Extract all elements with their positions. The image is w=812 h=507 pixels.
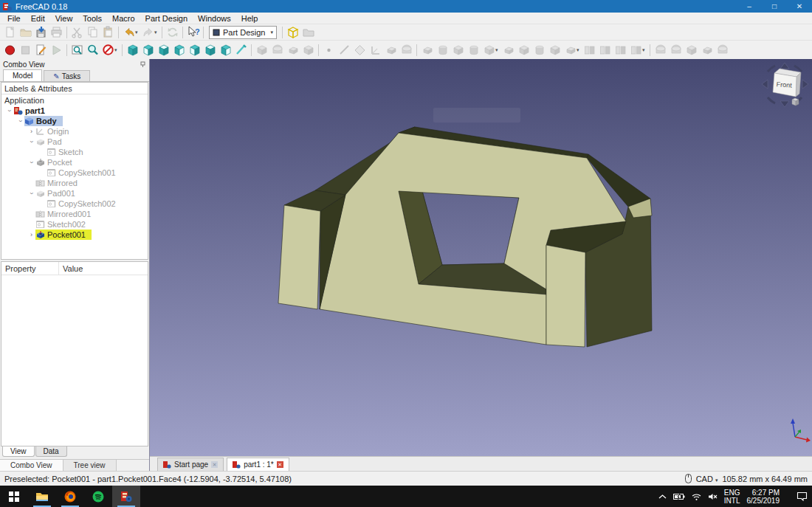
create-group-button[interactable] [300,25,316,40]
part-design-body-button[interactable] [254,43,269,58]
copy-button[interactable] [85,25,100,40]
taskbar-freecad[interactable] [112,486,140,507]
taskbar-spotify[interactable] [84,486,112,507]
additive-pipe-button[interactable] [466,43,481,58]
datum-line-button[interactable] [337,43,352,58]
menu-windows[interactable]: Windows [193,13,236,24]
menu-macro[interactable]: Macro [107,13,140,24]
tab-tasks[interactable]: ✎ Tasks [44,70,90,81]
tree-expander-icon[interactable]: › [27,231,35,238]
thickness-button[interactable] [699,43,715,58]
groove-button[interactable] [531,43,547,58]
tree-expander-icon[interactable]: › [6,107,13,115]
menu-part-design[interactable]: Part Design [140,13,193,24]
workbench-selector[interactable]: Part Design▾ [209,26,277,39]
tray-expand-icon[interactable] [658,494,667,500]
tree-item-body[interactable]: Mirrored [35,178,83,188]
draw-style-button[interactable] [100,43,116,58]
wifi-icon[interactable] [692,493,701,500]
taskbar-file-explorer[interactable] [28,486,56,507]
chamfer-button[interactable] [668,43,684,58]
subtractive-primitive-button[interactable] [562,43,578,58]
undo-button[interactable] [121,25,137,40]
tree-item-mirrored001[interactable]: Mirrored001 [1,209,148,219]
maximize-button[interactable]: □ [762,0,787,13]
battery-icon[interactable] [673,493,685,500]
tree-expander-icon[interactable]: › [17,117,24,125]
close-tab-icon[interactable]: ✕ [277,461,283,468]
redo-button[interactable] [140,25,156,40]
macro-stop-button[interactable] [18,43,33,58]
part-design-clone-button[interactable] [269,43,285,58]
view-isometric-button[interactable] [125,43,140,58]
measure-distance-button[interactable] [233,43,249,58]
view-rear-button[interactable] [187,43,202,58]
menu-file[interactable]: File [2,13,26,24]
print-button[interactable] [49,25,64,40]
part-design-shapebinder-button[interactable] [300,43,316,58]
map-sketch-button[interactable] [399,43,414,58]
menu-edit[interactable]: Edit [26,13,50,24]
revolution-button[interactable] [435,43,450,58]
tree-item-body[interactable]: Pocket001 [35,230,92,240]
close-tab-icon[interactable]: ✕ [211,461,218,468]
hole-button[interactable] [516,43,531,58]
view-left-button[interactable] [218,43,233,58]
polar-pattern-button[interactable] [613,43,628,58]
menu-help[interactable]: Help [236,13,264,24]
part-design-import-button[interactable] [285,43,300,58]
view-top-button[interactable] [156,43,171,58]
tab-model[interactable]: Model [3,69,42,81]
volume-muted-icon[interactable] [708,493,718,500]
tree-item-body[interactable]: Sketch002 [35,219,92,230]
tree-expander-icon[interactable]: › [28,138,35,146]
tree-item-body[interactable]: Sketch [47,147,89,157]
macro-edit-button[interactable] [33,43,49,58]
pocket-button[interactable] [500,43,516,58]
menu-tools[interactable]: Tools [78,13,107,24]
clock[interactable]: 6:27 PM 6/25/2019 [747,489,780,505]
tree-item-body[interactable]: Pad001 [35,188,81,199]
fit-all-button[interactable] [69,43,85,58]
tab-start-page[interactable]: Start page ✕ [157,458,224,471]
tab-view[interactable]: View [2,446,35,457]
macro-play-button[interactable] [49,43,64,58]
multi-transform-button[interactable] [628,43,644,58]
tree-item-copysketch002[interactable]: CopySketch002 [1,199,148,209]
macro-record-button[interactable] [2,43,18,58]
additive-loft-button[interactable] [450,43,466,58]
draft-button[interactable] [684,43,699,58]
tree-item-copysketch001[interactable]: CopySketch001 [1,168,148,178]
minimize-button[interactable]: – [737,0,762,13]
tree-item-body[interactable]: CopySketch001 [47,168,122,178]
subtractive-loft-button[interactable] [547,43,562,58]
close-button[interactable]: ✕ [787,0,812,13]
nav-style-selector[interactable]: CAD ▾ [696,475,718,483]
tree-item-body[interactable]: CopySketch002 [47,199,122,209]
tree-item-body[interactable]: ›Body [1,116,148,126]
tree-item-sketch002[interactable]: Sketch002 [1,219,148,230]
refresh-button[interactable] [165,25,180,40]
new-document-button[interactable] [2,25,18,40]
menu-view[interactable]: View [50,13,78,24]
tree-item-pad001[interactable]: ›Pad001 [1,188,148,199]
local-cs-button[interactable] [368,43,383,58]
boolean-button[interactable] [715,43,730,58]
create-sketch-button[interactable] [383,43,399,58]
cut-button[interactable] [69,25,85,40]
navcube-face-label[interactable]: Front [776,80,792,89]
view-bottom-button[interactable] [202,43,218,58]
3d-viewport[interactable]: Front [150,59,812,456]
tree-item-body[interactable]: Pad [35,137,68,147]
view-right-button[interactable] [171,43,187,58]
datum-point-button[interactable] [321,43,337,58]
save-document-button[interactable] [33,25,49,40]
taskbar-firefox[interactable] [56,486,84,507]
tree-item-part1[interactable]: ›part1 [1,106,148,116]
tab-data[interactable]: Data [35,446,67,457]
tree-expander-icon[interactable]: › [28,190,35,198]
tree-item-pad[interactable]: ›Pad [1,137,148,147]
additive-primitive-button[interactable] [481,43,497,58]
dock-pin-icon[interactable] [140,61,146,67]
tab-tree-view[interactable]: Tree view [63,460,117,471]
